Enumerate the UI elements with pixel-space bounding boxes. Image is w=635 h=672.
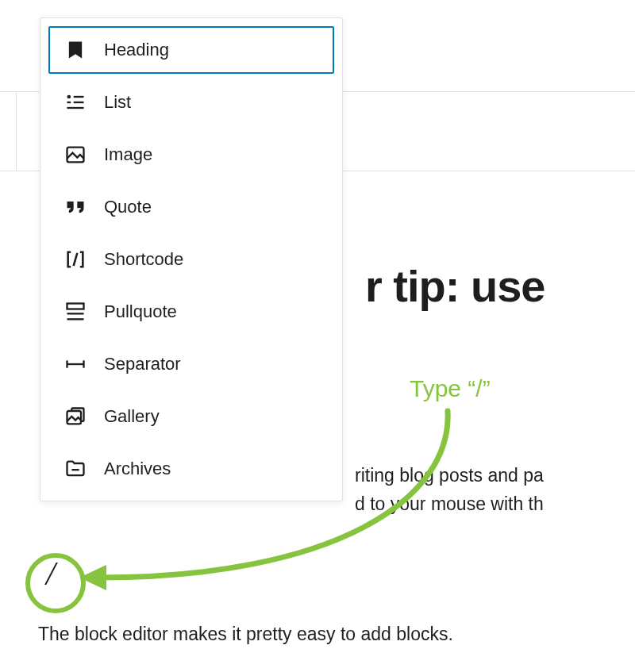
svg-rect-3 (74, 102, 84, 103)
menu-item-label: Archives (104, 459, 171, 479)
menu-item-label: Gallery (104, 406, 160, 427)
menu-item-heading[interactable]: Heading (48, 26, 334, 74)
heading-icon (64, 39, 87, 61)
menu-item-list[interactable]: List (48, 79, 334, 126)
menu-item-label: Heading (104, 40, 169, 60)
svg-rect-7 (67, 304, 84, 309)
menu-item-archives[interactable]: Archives (48, 445, 334, 493)
paragraph-line: riting blog posts and pa (355, 465, 544, 486)
svg-line-6 (74, 253, 78, 266)
menu-item-quote[interactable]: Quote (48, 183, 334, 231)
image-icon (64, 144, 87, 166)
pullquote-icon (64, 301, 87, 323)
menu-item-label: Image (104, 144, 152, 165)
menu-item-image[interactable]: Image (48, 131, 334, 179)
toolbar-divider (16, 91, 17, 171)
menu-item-label: Separator (104, 354, 181, 374)
quote-icon (64, 196, 87, 218)
annotation-label: Type “/” (410, 375, 491, 402)
menu-item-pullquote[interactable]: Pullquote (48, 288, 334, 336)
annotation-circle (25, 553, 86, 613)
archives-icon (64, 458, 87, 480)
menu-item-label: Quote (104, 197, 152, 217)
menu-item-label: List (104, 92, 131, 113)
menu-item-label: Shortcode (104, 249, 183, 270)
menu-item-separator[interactable]: Separator (48, 340, 334, 388)
menu-item-shortcode[interactable]: Shortcode (48, 236, 334, 283)
svg-point-0 (67, 95, 71, 99)
menu-item-label: Pullquote (104, 301, 177, 322)
shortcode-icon (64, 248, 87, 271)
svg-rect-2 (67, 102, 71, 103)
paragraph-line: d to your mouse with th (355, 493, 544, 514)
bottom-paragraph: The block editor makes it pretty easy to… (38, 624, 635, 645)
gallery-icon (64, 405, 87, 428)
menu-item-gallery[interactable]: Gallery (48, 393, 334, 440)
block-inserter-menu[interactable]: Heading List Image Quote Shortcode (40, 17, 343, 501)
separator-icon (64, 353, 87, 375)
list-icon (64, 91, 87, 113)
svg-rect-1 (74, 96, 84, 98)
svg-rect-4 (67, 107, 84, 109)
